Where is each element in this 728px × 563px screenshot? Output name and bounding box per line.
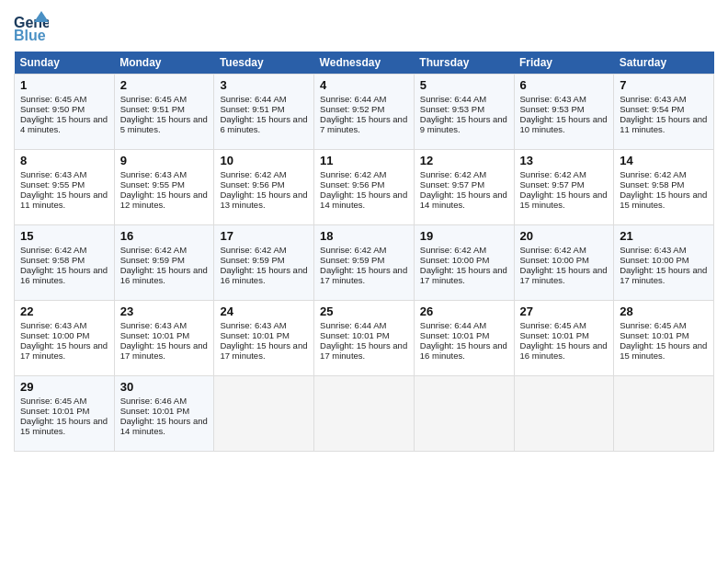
day-number: 28 (620, 304, 708, 318)
day-number: 24 (220, 304, 308, 318)
calendar-cell: 24 Sunrise: 6:43 AM Sunset: 10:01 PM Day… (214, 301, 314, 376)
weekday-header-friday: Friday (514, 52, 614, 75)
sunset-text: Sunset: 9:51 PM (220, 104, 284, 114)
calendar-cell (514, 376, 614, 452)
daylight-text: Daylight: 15 hours and 17 minutes. (320, 265, 407, 285)
day-number: 9 (120, 154, 209, 167)
daylight-text: Daylight: 15 hours and 4 minutes. (20, 114, 108, 134)
day-number: 16 (120, 229, 209, 243)
calendar-cell (214, 376, 314, 452)
weekday-header-thursday: Thursday (414, 52, 514, 75)
day-number: 4 (320, 78, 408, 92)
sunset-text: Sunset: 10:00 PM (520, 255, 590, 265)
sunset-text: Sunset: 9:59 PM (220, 255, 284, 265)
daylight-text: Daylight: 15 hours and 17 minutes. (220, 340, 307, 361)
day-number: 13 (520, 154, 609, 167)
weekday-header-wednesday: Wednesday (314, 52, 415, 75)
sunrise-text: Sunrise: 6:43 AM (620, 94, 686, 104)
day-number: 26 (420, 304, 508, 318)
sunrise-text: Sunrise: 6:42 AM (320, 169, 386, 179)
sunset-text: Sunset: 9:58 PM (20, 255, 85, 265)
calendar-cell: 16 Sunrise: 6:42 AM Sunset: 9:59 PM Dayl… (114, 225, 214, 301)
daylight-text: Daylight: 15 hours and 14 minutes. (120, 416, 208, 436)
calendar-cell: 15 Sunrise: 6:42 AM Sunset: 9:58 PM Dayl… (15, 225, 115, 301)
sunset-text: Sunset: 10:00 PM (420, 255, 490, 265)
daylight-text: Daylight: 15 hours and 13 minutes. (220, 190, 307, 210)
sunset-text: Sunset: 9:58 PM (620, 179, 684, 190)
sunrise-text: Sunrise: 6:45 AM (20, 94, 86, 104)
sunset-text: Sunset: 10:01 PM (220, 330, 290, 340)
sunset-text: Sunset: 9:50 PM (20, 104, 85, 114)
calendar-cell: 3 Sunrise: 6:44 AM Sunset: 9:51 PM Dayli… (214, 75, 314, 150)
day-number: 11 (320, 154, 408, 167)
calendar-cell: 22 Sunrise: 6:43 AM Sunset: 10:00 PM Day… (15, 301, 115, 376)
sunset-text: Sunset: 10:01 PM (120, 406, 190, 416)
day-number: 29 (20, 380, 108, 394)
sunrise-text: Sunrise: 6:42 AM (120, 245, 187, 255)
calendar-cell: 6 Sunrise: 6:43 AM Sunset: 9:53 PM Dayli… (514, 75, 614, 150)
sunrise-text: Sunrise: 6:42 AM (520, 169, 586, 179)
sunrise-text: Sunrise: 6:44 AM (420, 94, 486, 104)
sunset-text: Sunset: 10:00 PM (20, 330, 90, 340)
daylight-text: Daylight: 15 hours and 16 minutes. (520, 340, 608, 361)
calendar-row: 29 Sunrise: 6:45 AM Sunset: 10:01 PM Day… (15, 376, 714, 452)
calendar-cell: 27 Sunrise: 6:45 AM Sunset: 10:01 PM Day… (514, 301, 614, 376)
sunrise-text: Sunrise: 6:45 AM (620, 320, 686, 330)
daylight-text: Daylight: 15 hours and 16 minutes. (220, 265, 307, 285)
calendar-cell: 12 Sunrise: 6:42 AM Sunset: 9:57 PM Dayl… (414, 150, 514, 225)
daylight-text: Daylight: 15 hours and 6 minutes. (220, 114, 307, 134)
calendar-cell (414, 376, 514, 452)
day-number: 30 (120, 380, 209, 394)
calendar-cell: 2 Sunrise: 6:45 AM Sunset: 9:51 PM Dayli… (114, 75, 214, 150)
calendar-table: SundayMondayTuesdayWednesdayThursdayFrid… (14, 52, 714, 452)
calendar-cell: 30 Sunrise: 6:46 AM Sunset: 10:01 PM Day… (114, 376, 214, 452)
sunrise-text: Sunrise: 6:43 AM (620, 245, 686, 255)
sunset-text: Sunset: 9:52 PM (320, 104, 384, 114)
sunrise-text: Sunrise: 6:44 AM (420, 320, 486, 330)
day-number: 23 (120, 304, 209, 318)
calendar-cell: 7 Sunrise: 6:43 AM Sunset: 9:54 PM Dayli… (614, 75, 714, 150)
day-number: 15 (20, 229, 108, 243)
sunrise-text: Sunrise: 6:45 AM (120, 94, 187, 104)
daylight-text: Daylight: 15 hours and 5 minutes. (120, 114, 208, 134)
sunset-text: Sunset: 10:01 PM (620, 330, 689, 340)
sunset-text: Sunset: 10:01 PM (120, 330, 190, 340)
calendar-cell: 10 Sunrise: 6:42 AM Sunset: 9:56 PM Dayl… (214, 150, 314, 225)
daylight-text: Daylight: 15 hours and 17 minutes. (120, 340, 208, 361)
daylight-text: Daylight: 15 hours and 14 minutes. (320, 190, 407, 210)
sunrise-text: Sunrise: 6:42 AM (220, 169, 286, 179)
sunset-text: Sunset: 9:55 PM (120, 179, 185, 190)
calendar-cell: 5 Sunrise: 6:44 AM Sunset: 9:53 PM Dayli… (414, 75, 514, 150)
calendar-row: 22 Sunrise: 6:43 AM Sunset: 10:00 PM Day… (15, 301, 714, 376)
daylight-text: Daylight: 15 hours and 12 minutes. (120, 190, 208, 210)
day-number: 1 (20, 78, 108, 92)
day-number: 17 (220, 229, 308, 243)
calendar-row: 15 Sunrise: 6:42 AM Sunset: 9:58 PM Dayl… (15, 225, 714, 301)
sunset-text: Sunset: 9:56 PM (220, 179, 284, 190)
day-number: 10 (220, 154, 308, 167)
sunset-text: Sunset: 10:00 PM (620, 255, 689, 265)
calendar-cell: 19 Sunrise: 6:42 AM Sunset: 10:00 PM Day… (414, 225, 514, 301)
sunrise-text: Sunrise: 6:43 AM (20, 169, 86, 179)
calendar-row: 8 Sunrise: 6:43 AM Sunset: 9:55 PM Dayli… (15, 150, 714, 225)
calendar-cell: 26 Sunrise: 6:44 AM Sunset: 10:01 PM Day… (414, 301, 514, 376)
day-number: 21 (620, 229, 708, 243)
weekday-header-monday: Monday (114, 52, 214, 75)
calendar-cell: 11 Sunrise: 6:42 AM Sunset: 9:56 PM Dayl… (314, 150, 415, 225)
sunrise-text: Sunrise: 6:42 AM (20, 245, 86, 255)
calendar-cell: 29 Sunrise: 6:45 AM Sunset: 10:01 PM Day… (15, 376, 115, 452)
sunset-text: Sunset: 9:56 PM (320, 179, 384, 190)
calendar-cell: 28 Sunrise: 6:45 AM Sunset: 10:01 PM Day… (614, 301, 714, 376)
calendar-cell: 23 Sunrise: 6:43 AM Sunset: 10:01 PM Day… (114, 301, 214, 376)
sunrise-text: Sunrise: 6:42 AM (620, 169, 686, 179)
sunset-text: Sunset: 10:01 PM (520, 330, 590, 340)
daylight-text: Daylight: 15 hours and 16 minutes. (20, 265, 108, 285)
calendar-cell: 21 Sunrise: 6:43 AM Sunset: 10:00 PM Day… (614, 225, 714, 301)
weekday-header-sunday: Sunday (15, 52, 115, 75)
calendar-cell (314, 376, 415, 452)
sunset-text: Sunset: 10:01 PM (20, 406, 90, 416)
daylight-text: Daylight: 15 hours and 10 minutes. (520, 114, 608, 134)
sunrise-text: Sunrise: 6:44 AM (320, 320, 386, 330)
sunrise-text: Sunrise: 6:43 AM (20, 320, 86, 330)
day-number: 14 (620, 154, 708, 167)
